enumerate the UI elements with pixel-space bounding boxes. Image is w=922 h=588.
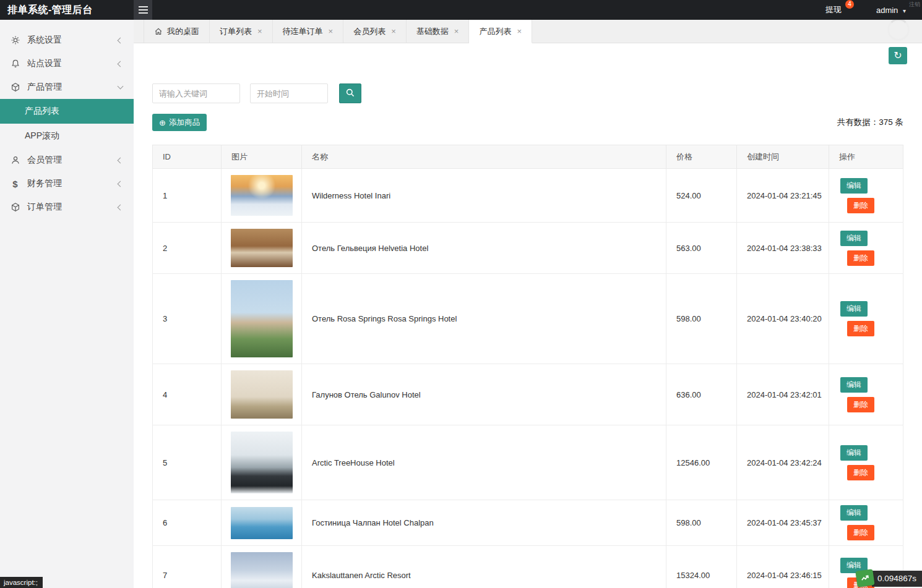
edit-button[interactable]: 编辑 [840,231,868,246]
app-title: 排单系统-管理后台 [0,4,134,17]
product-image [231,370,293,419]
product-table: ID 图片 名称 价格 创建时间 操作 1 Wilderness Hotel I… [152,145,903,588]
sidebar-item-label: 财务管理 [27,178,118,189]
table-row: 6 Гостиница Чалпан Hotel Chalpan 598.00 … [153,500,903,546]
close-icon[interactable]: × [329,27,334,35]
sidebar-item-order-management[interactable]: 订单管理 [0,195,134,219]
chevron-down-icon [118,83,124,90]
product-image [231,280,293,357]
col-header-actions: 操作 [829,145,903,169]
product-image [231,552,293,588]
search-button[interactable] [339,83,361,103]
plus-circle-icon: ⊕ [159,118,166,127]
sidebar-subitem-product-list[interactable]: 产品列表 [0,99,134,124]
close-icon[interactable]: × [517,27,522,35]
sidebar-subitem-app-scroll[interactable]: APP滚动 [0,124,134,148]
delete-button[interactable]: 删除 [847,321,874,336]
withdraw-label: 提现 [825,5,842,14]
tab-member-list[interactable]: 会员列表 × [343,20,407,43]
cell-name: Arctic TreeHouse Hotel [302,425,666,500]
withdraw-link[interactable]: 提现 4 [825,4,842,15]
delete-button[interactable]: 删除 [847,198,874,213]
sidebar-item-system-settings[interactable]: 系统设置 [0,28,134,52]
edit-button[interactable]: 编辑 [840,301,868,317]
tab-label: 订单列表 [220,26,252,37]
col-header-name: 名称 [302,145,666,169]
refresh-button[interactable]: ↻ [889,47,907,64]
cube-icon [10,202,20,213]
cell-name: Галунов Отель Galunov Hotel [302,364,666,425]
product-image [231,229,293,267]
table-row: 4 Галунов Отель Galunov Hotel 636.00 202… [153,364,903,425]
start-time-input[interactable] [250,83,328,103]
menu-toggle-button[interactable] [134,0,152,20]
cell-actions: 编辑 删除 [829,425,903,500]
edit-button[interactable]: 编辑 [840,505,868,521]
table-row: 3 Отель Rosa Springs Rosa Springs Hotel … [153,274,903,364]
sidebar-item-product-management[interactable]: 产品管理 [0,75,134,99]
delete-button[interactable]: 删除 [847,397,874,412]
browser-status-hint: javascript:; [0,577,43,588]
tab-base-data[interactable]: 基础数据 × [407,20,470,43]
dollar-icon: $ [10,179,20,189]
col-header-created: 创建时间 [737,145,829,169]
table-header-row: ID 图片 名称 价格 创建时间 操作 [153,145,903,169]
sidebar-item-member-management[interactable]: 会员管理 [0,148,134,172]
performance-icon[interactable] [855,569,874,587]
sidebar-item-label: 会员管理 [27,155,118,166]
tab-order-list[interactable]: 订单列表 × [210,20,273,43]
cell-id: 3 [153,274,222,364]
withdraw-badge: 4 [845,0,854,9]
avatar-placeholder [887,19,910,41]
close-icon[interactable]: × [454,27,459,35]
tab-label: 待连单订单 [283,26,323,37]
main-content: ↻ ⊕ 添加商品 共有数据：375 条 ID 图片 [134,43,922,588]
cell-price: 524.00 [666,169,737,223]
edit-button[interactable]: 编辑 [840,178,868,194]
cell-image [222,364,302,425]
close-icon[interactable]: × [391,27,396,35]
edit-button[interactable]: 编辑 [840,377,868,393]
action-row: ⊕ 添加商品 共有数据：375 条 [152,114,903,131]
table-row: 2 Отель Гельвеция Helvetia Hotel 563.00 … [153,223,903,274]
tab-label: 会员列表 [353,26,386,37]
cell-price: 12546.00 [666,425,737,500]
tab-label: 我的桌面 [167,26,199,37]
delete-button[interactable]: 删除 [847,465,874,480]
sidebar: 系统设置 站点设置 产品管理 产品列表 APP滚动 会员管理 $ 财务管理 [0,20,134,588]
cell-image [222,546,302,588]
close-icon[interactable]: × [257,27,262,35]
cell-name: Отель Гельвеция Helvetia Hotel [302,223,666,274]
sidebar-subitem-label: APP滚动 [25,130,59,142]
tab-label: 产品列表 [479,26,511,37]
sidebar-subitem-label: 产品列表 [25,106,59,117]
add-product-button[interactable]: ⊕ 添加商品 [152,114,207,131]
hamburger-icon [139,6,148,7]
user-menu[interactable]: admin ▾ [876,6,906,15]
sidebar-item-finance-management[interactable]: $ 财务管理 [0,172,134,195]
cell-name: Гостиница Чалпан Hotel Chalpan [302,500,666,546]
product-image [231,507,293,539]
header-right: 提现 4 admin ▾ [825,4,922,15]
cell-name: Kakslauttanen Arctic Resort [302,546,666,588]
cell-name: Отель Rosa Springs Rosa Springs Hotel [302,274,666,364]
cell-created: 2024-01-04 23:42:01 [737,364,829,425]
add-product-label: 添加商品 [169,117,200,128]
tab-product-list[interactable]: 产品列表 × [469,20,532,43]
delete-button[interactable]: 删除 [847,250,874,266]
delete-button[interactable]: 删除 [847,525,874,540]
cell-price: 598.00 [666,274,737,364]
tab-my-desktop[interactable]: 我的桌面 [144,20,210,43]
corner-logout-link[interactable]: 注销 [909,1,920,9]
edit-button[interactable]: 编辑 [840,445,868,461]
cell-actions: 编辑 删除 [829,364,903,425]
tab-pending-chain-orders[interactable]: 待连单订单 × [273,20,344,43]
home-icon [154,27,163,36]
product-image [231,432,293,493]
cell-id: 2 [153,223,222,274]
sidebar-item-site-settings[interactable]: 站点设置 [0,52,134,75]
search-toolbar [152,83,903,103]
user-icon [10,155,20,166]
keyword-input[interactable] [152,83,240,103]
chevron-left-icon [118,61,124,67]
